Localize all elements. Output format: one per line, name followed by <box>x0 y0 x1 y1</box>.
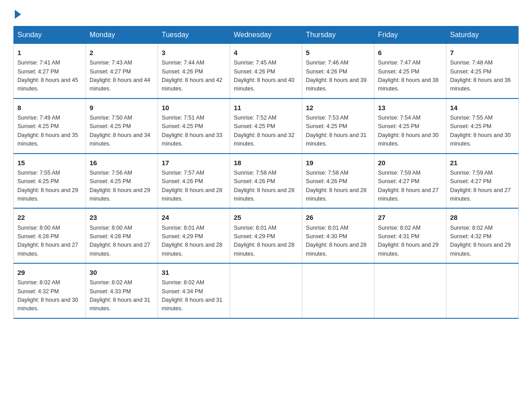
calendar-cell: 28Sunrise: 8:02 AMSunset: 4:32 PMDayligh… <box>446 208 519 263</box>
calendar-cell: 25Sunrise: 8:01 AMSunset: 4:29 PMDayligh… <box>230 208 302 263</box>
day-number: 3 <box>162 47 226 58</box>
calendar-cell: 1Sunrise: 7:41 AMSunset: 4:27 PMDaylight… <box>14 44 86 98</box>
sunrise-text: Sunrise: 8:01 AM <box>306 225 348 231</box>
sunrise-text: Sunrise: 8:00 AM <box>90 225 132 231</box>
day-number: 19 <box>306 158 370 168</box>
calendar-cell: 13Sunrise: 7:54 AMSunset: 4:25 PMDayligh… <box>374 98 446 154</box>
calendar-cell: 26Sunrise: 8:01 AMSunset: 4:30 PMDayligh… <box>302 208 374 263</box>
week-row-2: 8Sunrise: 7:49 AMSunset: 4:25 PMDaylight… <box>14 98 519 154</box>
calendar-cell: 14Sunrise: 7:55 AMSunset: 4:25 PMDayligh… <box>446 98 519 154</box>
sunrise-text: Sunrise: 7:59 AM <box>450 170 493 176</box>
day-number: 16 <box>90 158 154 168</box>
week-row-5: 29Sunrise: 8:02 AMSunset: 4:32 PMDayligh… <box>14 263 519 318</box>
day-number: 12 <box>306 103 370 113</box>
calendar-cell: 19Sunrise: 7:58 AMSunset: 4:26 PMDayligh… <box>302 154 374 209</box>
daylight-text: Daylight: 8 hours and 40 minutes. <box>234 77 295 92</box>
day-number: 17 <box>162 158 226 168</box>
day-number: 26 <box>306 212 370 223</box>
calendar-cell: 31Sunrise: 8:02 AMSunset: 4:34 PMDayligh… <box>158 263 230 318</box>
sunset-text: Sunset: 4:27 PM <box>450 178 491 184</box>
sunset-text: Sunset: 4:28 PM <box>90 233 131 240</box>
day-number: 7 <box>450 47 515 58</box>
sunset-text: Sunset: 4:34 PM <box>162 288 203 295</box>
sunset-text: Sunset: 4:25 PM <box>378 123 419 129</box>
day-number: 30 <box>90 267 154 278</box>
calendar-cell: 5Sunrise: 7:46 AMSunset: 4:26 PMDaylight… <box>302 44 374 98</box>
daylight-text: Daylight: 8 hours and 30 minutes. <box>17 297 78 312</box>
sunset-text: Sunset: 4:25 PM <box>17 123 59 129</box>
daylight-text: Daylight: 8 hours and 30 minutes. <box>450 132 511 147</box>
sunrise-text: Sunrise: 8:02 AM <box>90 279 132 286</box>
calendar-cell: 30Sunrise: 8:02 AMSunset: 4:33 PMDayligh… <box>86 263 158 318</box>
sunset-text: Sunset: 4:25 PM <box>234 123 275 129</box>
sunrise-text: Sunrise: 8:02 AM <box>162 279 204 286</box>
daylight-text: Daylight: 8 hours and 27 minutes. <box>17 242 78 257</box>
sunrise-text: Sunrise: 7:41 AM <box>17 60 60 66</box>
daylight-text: Daylight: 8 hours and 31 minutes. <box>162 297 223 312</box>
calendar-table: SundayMondayTuesdayWednesdayThursdayFrid… <box>13 26 519 319</box>
sunset-text: Sunset: 4:27 PM <box>378 178 419 184</box>
daylight-text: Daylight: 8 hours and 31 minutes. <box>90 297 150 312</box>
header <box>13 9 519 19</box>
logo <box>13 9 21 19</box>
sunrise-text: Sunrise: 8:00 AM <box>17 225 60 231</box>
sunset-text: Sunset: 4:26 PM <box>234 68 275 75</box>
sunset-text: Sunset: 4:26 PM <box>162 178 203 184</box>
daylight-text: Daylight: 8 hours and 27 minutes. <box>450 187 511 202</box>
sunset-text: Sunset: 4:25 PM <box>17 178 59 184</box>
daylight-text: Daylight: 8 hours and 28 minutes. <box>162 187 223 202</box>
day-number: 13 <box>378 103 442 113</box>
calendar-cell: 4Sunrise: 7:45 AMSunset: 4:26 PMDaylight… <box>230 44 302 98</box>
daylight-text: Daylight: 8 hours and 29 minutes. <box>17 187 78 202</box>
calendar-cell <box>302 263 374 318</box>
sunset-text: Sunset: 4:32 PM <box>450 233 491 240</box>
sunrise-text: Sunrise: 7:47 AM <box>378 60 420 66</box>
header-cell-sunday: Sunday <box>14 26 86 44</box>
day-number: 31 <box>162 267 226 278</box>
sunset-text: Sunset: 4:30 PM <box>306 233 347 240</box>
sunset-text: Sunset: 4:31 PM <box>378 233 419 240</box>
sunset-text: Sunset: 4:25 PM <box>162 123 203 129</box>
daylight-text: Daylight: 8 hours and 35 minutes. <box>17 132 78 147</box>
calendar-cell: 10Sunrise: 7:51 AMSunset: 4:25 PMDayligh… <box>158 98 230 154</box>
calendar-cell: 2Sunrise: 7:43 AMSunset: 4:27 PMDaylight… <box>86 44 158 98</box>
day-number: 29 <box>17 267 82 278</box>
daylight-text: Daylight: 8 hours and 29 minutes. <box>450 242 511 257</box>
daylight-text: Daylight: 8 hours and 28 minutes. <box>162 242 223 257</box>
header-cell-friday: Friday <box>374 26 446 44</box>
calendar-cell: 29Sunrise: 8:02 AMSunset: 4:32 PMDayligh… <box>14 263 86 318</box>
day-number: 6 <box>378 47 442 58</box>
calendar-cell <box>374 263 446 318</box>
sunset-text: Sunset: 4:25 PM <box>90 123 131 129</box>
calendar-header: SundayMondayTuesdayWednesdayThursdayFrid… <box>14 26 519 44</box>
day-number: 2 <box>90 47 154 58</box>
sunrise-text: Sunrise: 7:46 AM <box>306 60 348 66</box>
day-number: 5 <box>306 47 370 58</box>
daylight-text: Daylight: 8 hours and 28 minutes. <box>306 187 367 202</box>
sunset-text: Sunset: 4:26 PM <box>234 178 275 184</box>
header-cell-thursday: Thursday <box>302 26 374 44</box>
day-number: 4 <box>234 47 298 58</box>
daylight-text: Daylight: 8 hours and 29 minutes. <box>90 187 150 202</box>
header-cell-wednesday: Wednesday <box>230 26 302 44</box>
week-row-4: 22Sunrise: 8:00 AMSunset: 4:28 PMDayligh… <box>14 208 519 263</box>
calendar-cell <box>230 263 302 318</box>
daylight-text: Daylight: 8 hours and 33 minutes. <box>162 132 223 147</box>
calendar-cell: 16Sunrise: 7:56 AMSunset: 4:25 PMDayligh… <box>86 154 158 209</box>
daylight-text: Daylight: 8 hours and 31 minutes. <box>306 132 367 147</box>
sunset-text: Sunset: 4:29 PM <box>234 233 275 240</box>
daylight-text: Daylight: 8 hours and 44 minutes. <box>90 77 150 92</box>
header-cell-tuesday: Tuesday <box>158 26 230 44</box>
daylight-text: Daylight: 8 hours and 30 minutes. <box>378 132 439 147</box>
daylight-text: Daylight: 8 hours and 28 minutes. <box>234 242 295 257</box>
sunrise-text: Sunrise: 8:01 AM <box>234 225 276 231</box>
sunset-text: Sunset: 4:26 PM <box>306 68 347 75</box>
calendar-cell: 18Sunrise: 7:58 AMSunset: 4:26 PMDayligh… <box>230 154 302 209</box>
daylight-text: Daylight: 8 hours and 38 minutes. <box>378 77 439 92</box>
calendar-cell: 22Sunrise: 8:00 AMSunset: 4:28 PMDayligh… <box>14 208 86 263</box>
daylight-text: Daylight: 8 hours and 29 minutes. <box>378 242 439 257</box>
sunrise-text: Sunrise: 7:44 AM <box>162 60 204 66</box>
calendar-cell: 8Sunrise: 7:49 AMSunset: 4:25 PMDaylight… <box>14 98 86 154</box>
sunrise-text: Sunrise: 7:51 AM <box>162 115 204 121</box>
day-number: 8 <box>17 103 82 113</box>
